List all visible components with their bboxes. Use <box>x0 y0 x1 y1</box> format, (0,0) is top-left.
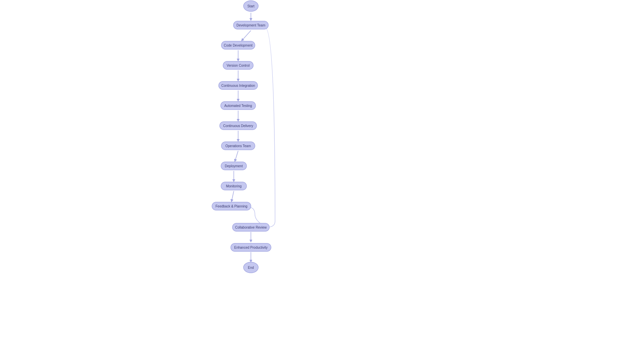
svg-text:Monitoring: Monitoring <box>226 184 242 188</box>
arrow-opsteam-deployment <box>235 151 238 162</box>
node-end: End <box>244 262 258 273</box>
node-auto-test: Automated Testing <box>221 102 256 110</box>
node-monitoring: Monitoring <box>221 182 247 190</box>
node-deployment: Deployment <box>221 162 247 170</box>
svg-text:Feedback & Planning: Feedback & Planning <box>215 204 247 208</box>
node-code-dev: Code Development <box>221 41 255 49</box>
arrow-devteam-codedev <box>241 31 251 41</box>
arrow-monitoring-feedback <box>231 191 234 202</box>
svg-text:Start: Start <box>247 4 254 8</box>
svg-text:Development Team: Development Team <box>236 23 265 27</box>
svg-text:Automated Testing: Automated Testing <box>224 104 252 108</box>
svg-text:Collaborative Review: Collaborative Review <box>235 226 267 229</box>
node-version-ctrl: Version Control <box>223 61 253 69</box>
node-cd: Continuous Delivery <box>220 122 257 130</box>
loop-line-right <box>265 27 275 227</box>
diagram-container: Start Development Team Code Development … <box>0 0 644 362</box>
svg-text:Code Development: Code Development <box>224 44 253 47</box>
svg-text:Version Control: Version Control <box>227 64 250 67</box>
node-start: Start <box>244 1 258 11</box>
node-ci: Continuous Integration <box>219 81 258 89</box>
node-ops-team: Operations Team <box>221 142 255 150</box>
node-productivity: Enhanced Productivity <box>231 243 271 251</box>
node-feedback: Feedback & Planning <box>212 202 251 210</box>
svg-text:Continuous Integration: Continuous Integration <box>221 84 255 87</box>
svg-text:Enhanced Productivity: Enhanced Productivity <box>234 246 268 249</box>
flowchart-svg: Start Development Team Code Development … <box>0 0 644 362</box>
node-dev-team: Development Team <box>233 21 268 29</box>
svg-text:Continuous Delivery: Continuous Delivery <box>223 124 253 128</box>
svg-text:End: End <box>248 266 254 269</box>
node-collab: Collaborative Review <box>232 223 269 231</box>
svg-text:Operations Team: Operations Team <box>225 144 251 148</box>
svg-text:Deployment: Deployment <box>225 164 243 168</box>
